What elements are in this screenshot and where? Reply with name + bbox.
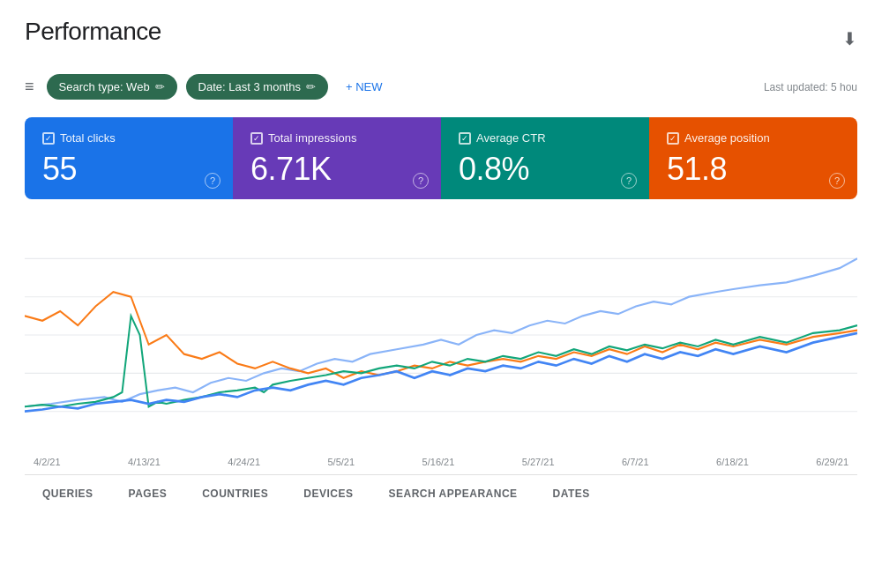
total-clicks-help-icon[interactable]: ? <box>205 173 220 189</box>
filter-icon[interactable]: ≡ <box>25 78 34 96</box>
average-position-checkbox[interactable] <box>667 132 679 145</box>
date-label-5: 5/16/21 <box>422 457 455 467</box>
tab-dates[interactable]: DATES <box>535 475 608 510</box>
search-type-chip[interactable]: Search type: Web ✏ <box>47 74 177 100</box>
total-impressions-checkbox[interactable] <box>250 132 263 145</box>
search-type-label: Search type: Web <box>59 80 150 93</box>
chart-svg <box>25 220 857 450</box>
date-label-1: 4/2/21 <box>34 457 61 467</box>
tab-pages[interactable]: PAGES <box>111 475 185 510</box>
metric-average-position[interactable]: Average position 51.8 ? <box>649 117 857 199</box>
export-icon[interactable]: ⬇ <box>842 28 857 49</box>
date-label-7: 6/7/21 <box>622 457 649 467</box>
tab-devices[interactable]: DEVICES <box>286 475 370 510</box>
metric-average-ctr[interactable]: Average CTR 0.8% ? <box>441 117 649 199</box>
average-ctr-value: 0.8% <box>459 152 632 187</box>
total-impressions-label: Total impressions <box>268 131 356 145</box>
total-impressions-value: 6.71K <box>250 152 423 187</box>
page-title: Performance <box>25 18 161 46</box>
metrics-row: Total clicks 55 ? Total impressions 6.71… <box>25 117 857 199</box>
toolbar: ≡ Search type: Web ✏ Date: Last 3 months… <box>25 74 857 100</box>
date-label-8: 6/18/21 <box>716 457 749 467</box>
metric-total-impressions[interactable]: Total impressions 6.71K ? <box>233 117 441 199</box>
average-ctr-help-icon[interactable]: ? <box>621 173 637 189</box>
average-ctr-checkbox[interactable] <box>459 132 471 145</box>
date-label-2: 4/13/21 <box>128 457 161 467</box>
performance-chart: 4/2/21 4/13/21 4/24/21 5/5/21 5/16/21 5/… <box>25 220 857 467</box>
tab-countries[interactable]: COUNTRIES <box>184 475 286 510</box>
total-impressions-help-icon[interactable]: ? <box>413 173 429 189</box>
date-label-4: 5/5/21 <box>328 457 355 467</box>
average-position-help-icon[interactable]: ? <box>829 173 845 189</box>
tab-search-appearance[interactable]: SEARCH APPEARANCE <box>371 475 535 510</box>
total-clicks-label: Total clicks <box>60 131 116 145</box>
last-updated-text: Last updated: 5 hou <box>764 81 857 93</box>
total-clicks-value: 55 <box>42 152 215 187</box>
chart-dates: 4/2/21 4/13/21 4/24/21 5/5/21 5/16/21 5/… <box>25 457 857 467</box>
date-label-6: 5/27/21 <box>522 457 555 467</box>
search-type-edit-icon: ✏ <box>155 80 165 93</box>
date-chip[interactable]: Date: Last 3 months ✏ <box>186 74 328 100</box>
average-position-label: Average position <box>684 131 770 145</box>
metric-total-clicks[interactable]: Total clicks 55 ? <box>25 117 233 199</box>
bottom-tabs: QUERIES PAGES COUNTRIES DEVICES SEARCH A… <box>25 474 857 510</box>
total-clicks-checkbox[interactable] <box>42 132 55 145</box>
date-edit-icon: ✏ <box>306 80 316 93</box>
new-button[interactable]: + NEW <box>337 74 392 100</box>
date-label-9: 6/29/21 <box>816 457 848 467</box>
date-label-3: 4/24/21 <box>228 457 260 467</box>
average-ctr-label: Average CTR <box>476 131 546 145</box>
tab-queries[interactable]: QUERIES <box>25 475 111 510</box>
average-position-value: 51.8 <box>667 152 840 187</box>
date-label: Date: Last 3 months <box>198 80 301 93</box>
